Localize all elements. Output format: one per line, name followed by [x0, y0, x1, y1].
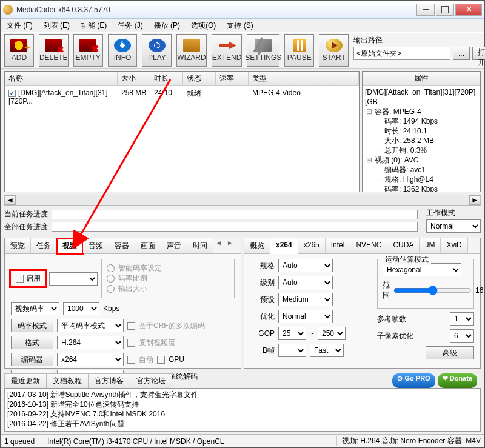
enable-select[interactable] — [49, 272, 98, 286]
extend-button[interactable]: EXTEND — [212, 34, 242, 67]
prop-line: 规格: High@L4 — [365, 175, 478, 184]
motion-estimation-group: 运动估算模式 Hexagonal 范围16 — [377, 259, 474, 309]
col-type[interactable]: 类型 — [249, 72, 359, 85]
settings-button[interactable]: SETTINGS — [247, 34, 279, 67]
format-select[interactable]: H.264 — [57, 336, 124, 349]
tab-jm[interactable]: JM — [420, 238, 441, 253]
titlebar[interactable]: MediaCoder x64 0.8.37.5770 — [1, 1, 484, 19]
col-rate[interactable]: 速率 — [216, 72, 249, 85]
opt-select[interactable]: Normal — [278, 310, 333, 323]
level-select[interactable]: Auto — [278, 276, 333, 289]
col-duration[interactable]: 时长 — [150, 72, 183, 85]
output-path-group: 输出路径 ... 打开 — [353, 34, 481, 60]
workmode-select[interactable]: Normal — [426, 219, 481, 233]
play-button[interactable]: PLAY — [142, 34, 172, 67]
ref-select[interactable]: 1 — [450, 312, 474, 326]
enable-checkbox[interactable] — [16, 275, 24, 283]
menu-function[interactable]: 功能 (E) — [77, 19, 110, 32]
spec-select[interactable]: Auto — [278, 259, 333, 272]
tab-audio[interactable]: 音频 — [83, 238, 109, 253]
tab-time[interactable]: 时间 — [187, 238, 213, 253]
tab-preview[interactable]: 预览 — [5, 238, 31, 253]
gop-max-select[interactable]: 250 — [318, 327, 346, 340]
cell-rate — [219, 87, 252, 107]
auto1-checkbox[interactable] — [127, 356, 135, 364]
menu-task[interactable]: 任务 (J) — [114, 19, 146, 32]
scroll-right-icon[interactable]: ► — [469, 195, 480, 205]
start-button[interactable]: START — [319, 34, 349, 67]
tab-nvenc[interactable]: NVENC — [350, 238, 387, 253]
range-slider[interactable] — [393, 286, 472, 295]
radio-intelligent[interactable] — [107, 264, 115, 272]
x264-panel-body: 规格Auto 级别Auto 预设Medium 优化Normal GOP25~25… — [244, 254, 480, 368]
wizard-button[interactable]: WIZARD — [176, 34, 206, 67]
tab-task[interactable]: 任务 — [31, 238, 57, 253]
tab-container[interactable]: 容器 — [109, 238, 135, 253]
horizontal-scrollbar[interactable]: ◄ ► — [4, 195, 481, 206]
tab-nav-left[interactable]: ◄ — [213, 238, 224, 253]
tab-overview[interactable]: 概览 — [244, 238, 270, 253]
donate-button[interactable]: ❤ Donate — [438, 373, 477, 388]
encoder-button[interactable]: 编码器 — [11, 353, 53, 366]
info-button[interactable]: INFO — [108, 34, 138, 67]
add-button[interactable]: ADD — [4, 34, 34, 67]
delete-button[interactable]: DELETE — [39, 34, 69, 67]
tab-xvid[interactable]: XviD — [441, 238, 467, 253]
subpix-select[interactable]: 6 — [450, 329, 474, 343]
menu-options[interactable]: 选项(O) — [187, 19, 219, 32]
output-path-input[interactable] — [353, 47, 450, 60]
radio-ratio[interactable] — [107, 275, 115, 283]
tab-sound[interactable]: 声音 — [161, 238, 187, 253]
menu-file[interactable]: 文件 (F) — [3, 19, 36, 32]
bframe-select[interactable] — [278, 344, 306, 357]
menu-support[interactable]: 支持 (S) — [223, 19, 256, 32]
all-progress-bar — [52, 222, 418, 232]
workmode-label: 工作模式 — [426, 208, 481, 218]
encoder-select[interactable]: x264 — [57, 353, 124, 366]
empty-button[interactable]: EMPTY — [73, 34, 103, 67]
properties-body: [DMG][Attack_on_Titan][31][720P][GB 容器: … — [363, 86, 480, 192]
info-icon — [114, 39, 131, 52]
browse-button[interactable]: ... — [453, 47, 470, 60]
bitrate-value-select[interactable]: 1000 — [63, 302, 99, 315]
tab-x265[interactable]: x265 — [298, 238, 326, 253]
rate-mode-select[interactable]: 平均码率模式 — [57, 319, 124, 332]
gop-min-select[interactable]: 25 — [278, 327, 306, 340]
format-button[interactable]: 格式 — [11, 336, 53, 349]
tab-x264[interactable]: x264 — [270, 238, 298, 254]
pause-button[interactable]: PAUSE — [284, 34, 314, 67]
copy-stream-checkbox[interactable] — [127, 339, 135, 347]
tab-intel[interactable]: Intel — [326, 238, 351, 253]
crf-checkbox[interactable] — [127, 322, 135, 330]
rate-mode-button[interactable]: 码率模式 — [11, 319, 53, 332]
btab-forum[interactable]: 官方论坛 — [130, 373, 172, 388]
tab-cuda[interactable]: CUDA — [387, 238, 420, 253]
bframe-mode-select[interactable]: Fast — [310, 344, 344, 357]
open-button[interactable]: 打开 — [472, 47, 485, 60]
tab-picture[interactable]: 画面 — [135, 238, 161, 253]
news-list[interactable]: [2017-03-10] 新增Suptitle Avisynth插件，支持蓝光字… — [4, 388, 481, 432]
close-button[interactable] — [455, 4, 482, 16]
tab-video[interactable]: 视频 — [57, 238, 83, 254]
advanced-button[interactable]: 高级 — [426, 346, 474, 359]
btab-recent[interactable]: 最近更新 — [4, 373, 47, 388]
radio-size[interactable] — [107, 285, 115, 293]
menu-play[interactable]: 播放 (P) — [150, 19, 184, 32]
col-size[interactable]: 大小 — [118, 72, 150, 85]
output-path-label: 输出路径 — [353, 35, 481, 45]
scroll-left-icon[interactable]: ◄ — [5, 195, 16, 205]
me-select[interactable]: Hexagonal — [383, 263, 461, 276]
bitrate-mode-select[interactable]: 视频码率 — [11, 302, 59, 315]
btab-docs[interactable]: 文档教程 — [46, 373, 89, 388]
tab-nav-right[interactable]: ► — [224, 238, 235, 253]
col-name[interactable]: 名称 — [5, 72, 118, 85]
btab-blog[interactable]: 官方博客 — [88, 373, 130, 388]
gpu-checkbox[interactable] — [157, 356, 165, 364]
menu-list[interactable]: 列表 (E) — [40, 19, 73, 32]
minimize-button[interactable] — [416, 4, 435, 16]
maximize-button[interactable] — [436, 4, 454, 16]
file-row[interactable]: ✔[DMG][Attack_on_Titan][31][720P... 258 … — [5, 86, 359, 108]
gopro-button[interactable]: ⊙ Go PRO — [392, 373, 435, 388]
col-status[interactable]: 状态 — [183, 72, 216, 85]
preset-select[interactable]: Medium — [278, 293, 333, 306]
